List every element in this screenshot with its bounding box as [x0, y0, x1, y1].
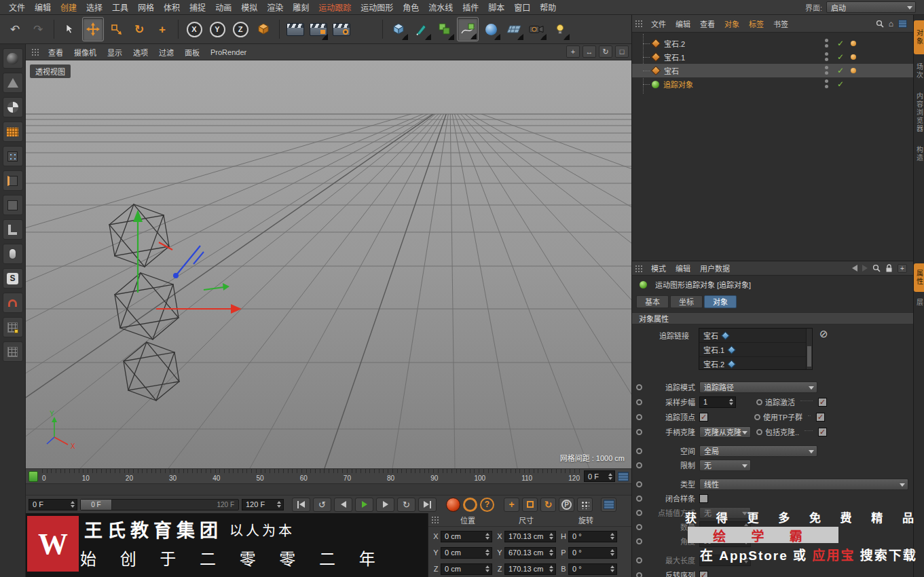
om-menu-edit[interactable]: 编辑	[671, 18, 695, 29]
coordinate-system-button[interactable]	[253, 17, 274, 41]
trace-link-item[interactable]: 宝石.2	[699, 357, 812, 370]
include-clones-checkbox[interactable]: ✓	[818, 428, 827, 436]
menu-edit[interactable]: 编辑	[30, 1, 56, 13]
size-z-field[interactable]: 170.13 cm	[504, 563, 556, 575]
menu-script[interactable]: 脚本	[483, 1, 509, 13]
vp-menu-camera[interactable]: 摄像机	[69, 47, 102, 58]
goto-start-button[interactable]	[292, 498, 310, 512]
magnet-button[interactable]	[3, 293, 23, 313]
am-menu-userdata[interactable]: 用户数据	[695, 263, 735, 274]
live-selection-button[interactable]	[59, 17, 81, 41]
enabled-check-icon[interactable]: ✓	[837, 39, 844, 48]
search-icon[interactable]	[872, 264, 881, 272]
simulate-button[interactable]	[480, 17, 502, 41]
trace-active-checkbox[interactable]: ✓	[818, 398, 827, 407]
am-menu-mode[interactable]: 模式	[646, 263, 671, 274]
scale-tool-button[interactable]	[105, 17, 127, 41]
keyframe-dot[interactable]	[756, 429, 762, 435]
tab-takes[interactable]: 场次	[914, 58, 924, 84]
panel-grip-icon[interactable]	[31, 48, 40, 56]
prev-key-button[interactable]: ↺	[313, 498, 331, 512]
new-panel-icon[interactable]: +	[898, 264, 907, 273]
keyframe-selection-button[interactable]: ?	[480, 498, 494, 512]
render-picture-viewer-button[interactable]	[308, 17, 329, 41]
panel-grip-icon[interactable]	[431, 516, 440, 523]
keyframe-dot[interactable]	[636, 481, 642, 487]
menu-mograph[interactable]: 运动图形	[356, 1, 398, 13]
menu-help[interactable]: 帮助	[535, 1, 561, 13]
menu-volume[interactable]: 体积	[159, 1, 185, 13]
key-rotation-toggle[interactable]: ↻	[540, 498, 556, 512]
size-x-field[interactable]: 170.13 cm	[504, 531, 556, 542]
limit-select[interactable]: 无	[699, 460, 751, 471]
use-tp-checkbox[interactable]: ✓	[816, 413, 825, 422]
snap-button[interactable]: S	[3, 268, 23, 288]
timeline-options-icon[interactable]	[618, 472, 629, 481]
menu-sculpt[interactable]: 雕刻	[288, 1, 314, 13]
menu-plugins[interactable]: 插件	[458, 1, 483, 13]
position-x-field[interactable]: 0 cm	[441, 531, 492, 542]
zoom-view-icon[interactable]: ↔	[583, 45, 596, 58]
workplane-button[interactable]	[3, 219, 23, 240]
render-view-button[interactable]	[284, 17, 306, 41]
key-position-toggle[interactable]: +	[504, 498, 519, 512]
polygons-mode-button[interactable]	[3, 195, 23, 215]
tab-objects[interactable]: 对象	[914, 20, 924, 54]
clear-link-icon[interactable]: ⊘	[819, 328, 828, 340]
menu-mesh[interactable]: 网格	[133, 1, 159, 13]
tab-basic[interactable]: 基本	[636, 295, 669, 308]
keyframe-dot[interactable]	[636, 524, 642, 530]
texture-mode-button[interactable]	[3, 97, 23, 117]
viewport-solo-button[interactable]	[3, 244, 23, 264]
menu-pipeline[interactable]: 流水线	[424, 1, 458, 13]
handle-clones-select[interactable]: 克隆从克隆	[699, 426, 751, 438]
record-button[interactable]	[446, 498, 460, 512]
vp-menu-prorender[interactable]: ProRender	[205, 48, 252, 56]
menu-character[interactable]: 角色	[398, 1, 424, 13]
timeline-track[interactable]	[26, 483, 631, 496]
mograph-cloner-button[interactable]	[434, 17, 456, 41]
tab-coordinates[interactable]: 坐标	[670, 295, 703, 308]
type-select[interactable]: 线性	[699, 479, 908, 490]
object-row-gem[interactable]: 宝石 ✓	[632, 64, 914, 77]
object-row-gem2[interactable]: 宝石.2 ✓	[632, 37, 914, 50]
rotation-p-field[interactable]: 0 °	[568, 547, 617, 559]
redo-button[interactable]: ↷	[27, 17, 49, 41]
keyframe-dot[interactable]	[636, 510, 642, 516]
om-menu-tags[interactable]: 标签	[744, 18, 769, 29]
visibility-dots[interactable]	[825, 79, 828, 88]
rotation-h-field[interactable]: 0 °	[568, 531, 617, 542]
pan-view-icon[interactable]: +	[566, 45, 580, 58]
current-frame-field[interactable]: 0 F	[29, 499, 77, 510]
key-pla-toggle[interactable]	[577, 498, 593, 512]
goto-end-button[interactable]	[418, 498, 437, 512]
timeline-ruler[interactable]: 010 2030 4050 6070 8090 100110 120 0 F	[26, 468, 631, 483]
menu-select[interactable]: 选择	[81, 1, 107, 13]
keyframe-dot[interactable]	[756, 399, 762, 405]
lock-workplane-button[interactable]	[3, 317, 23, 337]
floor-button[interactable]	[503, 17, 525, 41]
menu-render[interactable]: 渲染	[262, 1, 288, 13]
move-tool-button[interactable]	[82, 17, 104, 41]
keyframe-dot[interactable]	[636, 448, 642, 454]
model-mode-button[interactable]	[3, 73, 23, 93]
tab-structure[interactable]: 构造	[914, 141, 924, 167]
menu-simulate[interactable]: 模拟	[236, 1, 262, 13]
size-y-field[interactable]: 670.13 cm	[504, 547, 556, 559]
prev-frame-button[interactable]	[334, 498, 352, 512]
object-row-gem1[interactable]: 宝石.1 ✓	[632, 50, 914, 64]
menu-snap[interactable]: 捕捉	[185, 1, 210, 13]
key-scale-toggle[interactable]	[522, 498, 538, 512]
phong-tag-icon[interactable]	[851, 68, 856, 73]
quantize-button[interactable]	[3, 341, 23, 362]
position-z-field[interactable]: 0 cm	[441, 563, 492, 575]
tab-attributes[interactable]: 属性	[914, 263, 924, 292]
position-y-field[interactable]: 0 cm	[441, 547, 492, 559]
reverse-sequence-checkbox[interactable]: ✓	[699, 571, 708, 577]
sample-step-field[interactable]: 1	[699, 396, 736, 408]
enabled-check-icon[interactable]: ✓	[837, 66, 844, 75]
om-menu-view[interactable]: 查看	[695, 18, 720, 29]
menu-create[interactable]: 创建	[56, 1, 81, 13]
keyframe-dot[interactable]	[636, 557, 642, 563]
filter-icon[interactable]	[898, 20, 907, 28]
